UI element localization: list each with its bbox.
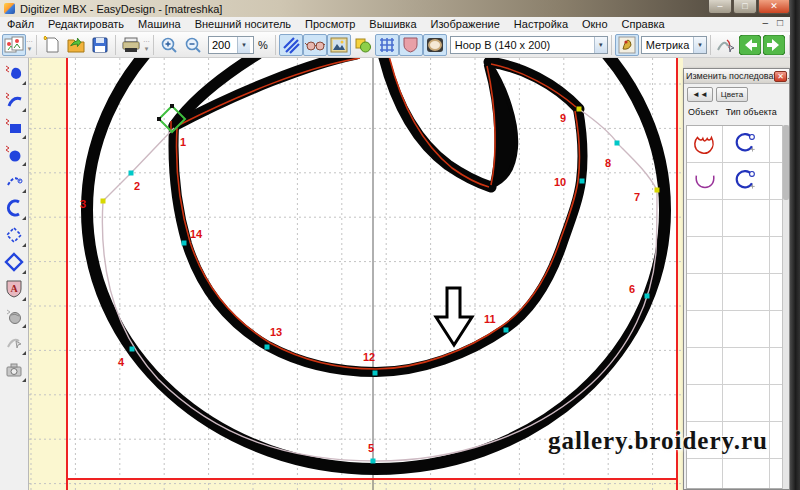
forward-one-object-button[interactable]: [762, 34, 786, 56]
purple-arc-outline-icon[interactable]: [687, 163, 723, 199]
reshape-button[interactable]: [714, 34, 738, 56]
panel-close-icon[interactable]: ✕: [774, 71, 787, 82]
design-point-11[interactable]: [504, 328, 509, 333]
sequence-row-1[interactable]: [687, 126, 782, 163]
hoop-layout-button[interactable]: [423, 34, 447, 56]
sequence-cell[interactable]: [723, 311, 770, 347]
menu-item-4[interactable]: Внешний носитель: [188, 18, 298, 30]
title-bar[interactable]: Digitizer MBX - EasyDesign - [matreshka]…: [0, 0, 800, 17]
panel-scrollbar[interactable]: [782, 125, 789, 489]
zoom-in-button[interactable]: [157, 34, 181, 56]
units-selector-combo[interactable]: Метрика ▾: [641, 36, 707, 54]
sequence-row-3[interactable]: [687, 200, 782, 237]
maximize-button[interactable]: □: [733, 0, 757, 14]
new-design-button[interactable]: [40, 34, 64, 56]
colors-button[interactable]: Цвета: [716, 87, 748, 102]
design-point-12[interactable]: [373, 371, 378, 376]
sequence-cell[interactable]: [723, 237, 770, 273]
menu-item-2[interactable]: Редактировать: [41, 18, 131, 30]
design-canvas-area[interactable]: 1234567891011121314: [29, 58, 683, 490]
zoom-level-combo[interactable]: ▾: [208, 36, 254, 54]
sequence-cell[interactable]: [770, 348, 782, 384]
sequence-cell[interactable]: [687, 200, 723, 236]
menu-item-5[interactable]: Просмотр: [298, 18, 362, 30]
closed-curve-tool[interactable]: [2, 194, 27, 221]
design-point-9[interactable]: [577, 107, 582, 112]
zoom-level-input[interactable]: [209, 39, 237, 51]
sequence-cell[interactable]: [770, 274, 782, 310]
hoop-selector-combo[interactable]: Hoop B (140 x 200) ▾: [450, 36, 608, 54]
menu-item-3[interactable]: Машина: [131, 18, 188, 30]
zoom-out-button[interactable]: [181, 34, 205, 56]
sequence-row-2[interactable]: [687, 163, 782, 200]
save-design-button[interactable]: [88, 34, 112, 56]
show-vectors-button[interactable]: [351, 34, 375, 56]
menu-item-9[interactable]: Окно: [575, 18, 615, 30]
sequence-cell[interactable]: [687, 459, 723, 489]
rect-fill-tool[interactable]: [2, 113, 27, 140]
sequence-row-4[interactable]: [687, 237, 782, 274]
design-point-14[interactable]: [182, 241, 187, 246]
show-hoop-button[interactable]: [399, 34, 423, 56]
design-point-8[interactable]: [615, 141, 620, 146]
sequence-row-8[interactable]: [687, 385, 782, 422]
close-button[interactable]: ✕: [758, 0, 790, 14]
sequence-cell[interactable]: [723, 348, 770, 384]
sequence-cell[interactable]: [770, 200, 782, 236]
manual-stitch-tool[interactable]: [2, 329, 27, 356]
sequence-cell[interactable]: [723, 274, 770, 310]
lettering-tool[interactable]: A: [2, 275, 27, 302]
toolbar-grip[interactable]: …▾: [26, 35, 33, 55]
dashed-diamond-tool[interactable]: [2, 221, 27, 248]
sequence-cell[interactable]: [687, 385, 723, 421]
sequence-cell[interactable]: [770, 163, 782, 199]
zoom-combo-arrow[interactable]: ▾: [237, 37, 250, 53]
artwork-view-button[interactable]: [2, 34, 26, 56]
design-point-7[interactable]: [655, 188, 660, 193]
menu-item-6[interactable]: Вышивка: [362, 18, 423, 30]
menu-item-1[interactable]: Файл: [0, 18, 41, 30]
sequence-row-7[interactable]: [687, 348, 782, 385]
fill-shape-tool[interactable]: [2, 59, 27, 86]
run-stitch-icon[interactable]: [723, 126, 770, 162]
sequence-cell[interactable]: [770, 385, 782, 421]
open-curve-tool[interactable]: [2, 167, 27, 194]
sequence-cell[interactable]: [770, 459, 782, 489]
sequence-cell[interactable]: [687, 311, 723, 347]
diamond-outline-tool[interactable]: [2, 248, 27, 275]
print-button[interactable]: [119, 34, 143, 56]
units-combo-arrow[interactable]: ▾: [693, 37, 705, 53]
sequence-cell[interactable]: [723, 459, 770, 489]
outline-run-tool[interactable]: [2, 86, 27, 113]
sequence-cell[interactable]: [770, 311, 782, 347]
design-canvas[interactable]: 1234567891011121314: [29, 58, 683, 490]
sequence-row-10[interactable]: [687, 459, 782, 489]
sequence-cell[interactable]: [770, 126, 782, 162]
hoop-combo-arrow[interactable]: ▾: [594, 37, 607, 53]
mdi-child-controls[interactable]: – □: [763, 17, 786, 28]
sequence-panel-titlebar[interactable]: Изменить последовате... ✕: [684, 69, 789, 84]
show-picture-button[interactable]: [327, 34, 351, 56]
design-point-2[interactable]: [129, 171, 134, 176]
sequence-row-6[interactable]: [687, 311, 782, 348]
true-view-button[interactable]: [303, 34, 327, 56]
red-crown-outline-icon[interactable]: [687, 126, 723, 162]
sequence-cell[interactable]: [770, 422, 782, 458]
back-one-object-button[interactable]: [738, 34, 762, 56]
sequence-row-5[interactable]: [687, 274, 782, 311]
design-point-4[interactable]: [130, 347, 135, 352]
sequence-cell[interactable]: [687, 237, 723, 273]
design-point-13[interactable]: [265, 345, 270, 350]
circle-fill-tool[interactable]: [2, 140, 27, 167]
sequence-cell[interactable]: [723, 385, 770, 421]
sequence-cell[interactable]: [687, 348, 723, 384]
toolbar-grip-2[interactable]: …▾: [143, 35, 150, 55]
menu-item-7[interactable]: Изображение: [424, 18, 507, 30]
design-point-6[interactable]: [645, 294, 650, 299]
menu-item-8[interactable]: Настройка: [507, 18, 575, 30]
design-point-3[interactable]: [101, 199, 106, 204]
design-point-5[interactable]: [371, 459, 376, 464]
backdrop-button[interactable]: [615, 34, 639, 56]
applique-tool[interactable]: [2, 302, 27, 329]
sequence-cell[interactable]: [770, 237, 782, 273]
